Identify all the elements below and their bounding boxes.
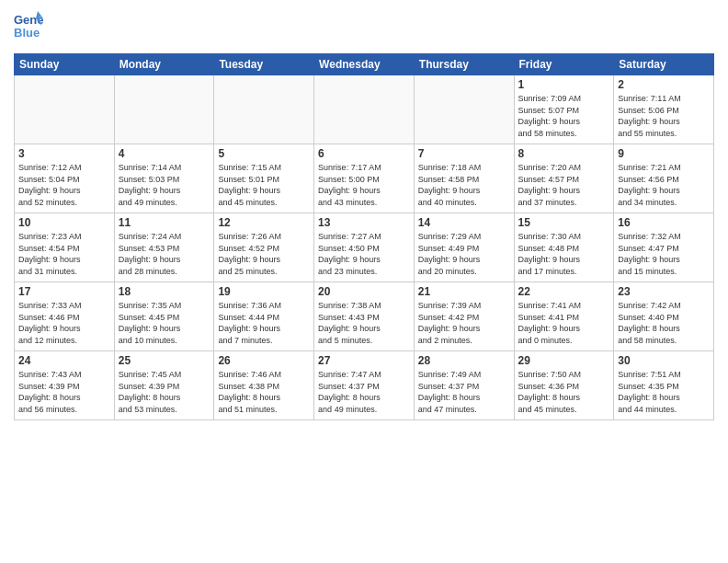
day-number: 28 [418, 354, 510, 367]
day-info: Sunrise: 7:51 AM Sunset: 4:35 PM Dayligh… [618, 369, 710, 415]
day-number: 27 [318, 354, 410, 367]
day-number: 5 [218, 147, 310, 160]
day-number: 11 [119, 216, 210, 229]
calendar-empty-cell [314, 75, 415, 144]
day-info: Sunrise: 7:20 AM Sunset: 4:57 PM Dayligh… [518, 162, 610, 208]
calendar-empty-cell [15, 75, 115, 144]
day-info: Sunrise: 7:23 AM Sunset: 4:54 PM Dayligh… [18, 231, 110, 277]
weekday-header: Tuesday [214, 54, 314, 75]
day-number: 29 [518, 354, 610, 367]
calendar-day-cell: 14Sunrise: 7:29 AM Sunset: 4:49 PM Dayli… [414, 213, 514, 282]
day-info: Sunrise: 7:17 AM Sunset: 5:00 PM Dayligh… [318, 162, 410, 208]
calendar-day-cell: 18Sunrise: 7:35 AM Sunset: 4:45 PM Dayli… [114, 282, 214, 351]
day-info: Sunrise: 7:49 AM Sunset: 4:37 PM Dayligh… [418, 369, 510, 415]
day-info: Sunrise: 7:15 AM Sunset: 5:01 PM Dayligh… [218, 162, 310, 208]
calendar-day-cell: 13Sunrise: 7:27 AM Sunset: 4:50 PM Dayli… [314, 213, 415, 282]
svg-text:Blue: Blue [14, 26, 40, 40]
calendar-week-row: 17Sunrise: 7:33 AM Sunset: 4:46 PM Dayli… [15, 282, 714, 351]
day-info: Sunrise: 7:35 AM Sunset: 4:45 PM Dayligh… [119, 300, 210, 346]
calendar-day-cell: 9Sunrise: 7:21 AM Sunset: 4:56 PM Daylig… [614, 144, 714, 213]
day-info: Sunrise: 7:29 AM Sunset: 4:49 PM Dayligh… [418, 231, 510, 277]
calendar-table: SundayMondayTuesdayWednesdayThursdayFrid… [14, 53, 714, 420]
day-info: Sunrise: 7:46 AM Sunset: 4:38 PM Dayligh… [218, 369, 310, 415]
calendar-day-cell: 11Sunrise: 7:24 AM Sunset: 4:53 PM Dayli… [114, 213, 214, 282]
header: General Blue [14, 9, 714, 46]
day-number: 21 [418, 285, 510, 298]
calendar-day-cell: 28Sunrise: 7:49 AM Sunset: 4:37 PM Dayli… [414, 351, 514, 420]
calendar-day-cell: 4Sunrise: 7:14 AM Sunset: 5:03 PM Daylig… [114, 144, 214, 213]
weekday-header: Sunday [15, 54, 115, 75]
weekday-header: Monday [114, 54, 214, 75]
logo: General Blue [14, 9, 47, 46]
day-number: 20 [318, 285, 410, 298]
day-info: Sunrise: 7:18 AM Sunset: 4:58 PM Dayligh… [418, 162, 510, 208]
calendar-day-cell: 26Sunrise: 7:46 AM Sunset: 4:38 PM Dayli… [214, 351, 314, 420]
day-number: 6 [318, 147, 410, 160]
day-info: Sunrise: 7:39 AM Sunset: 4:42 PM Dayligh… [418, 300, 510, 346]
calendar-day-cell: 25Sunrise: 7:45 AM Sunset: 4:39 PM Dayli… [114, 351, 214, 420]
day-info: Sunrise: 7:27 AM Sunset: 4:50 PM Dayligh… [318, 231, 410, 277]
calendar-day-cell: 27Sunrise: 7:47 AM Sunset: 4:37 PM Dayli… [314, 351, 415, 420]
weekday-header: Thursday [414, 54, 514, 75]
day-number: 16 [618, 216, 710, 229]
calendar-day-cell: 3Sunrise: 7:12 AM Sunset: 5:04 PM Daylig… [15, 144, 115, 213]
day-info: Sunrise: 7:21 AM Sunset: 4:56 PM Dayligh… [618, 162, 710, 208]
calendar-day-cell: 12Sunrise: 7:26 AM Sunset: 4:52 PM Dayli… [214, 213, 314, 282]
calendar-day-cell: 15Sunrise: 7:30 AM Sunset: 4:48 PM Dayli… [514, 213, 614, 282]
day-info: Sunrise: 7:36 AM Sunset: 4:44 PM Dayligh… [218, 300, 310, 346]
day-number: 4 [119, 147, 210, 160]
calendar-empty-cell [414, 75, 514, 144]
calendar-day-cell: 1Sunrise: 7:09 AM Sunset: 5:07 PM Daylig… [514, 75, 614, 144]
day-info: Sunrise: 7:43 AM Sunset: 4:39 PM Dayligh… [18, 369, 110, 415]
calendar-day-cell: 22Sunrise: 7:41 AM Sunset: 4:41 PM Dayli… [514, 282, 614, 351]
day-info: Sunrise: 7:30 AM Sunset: 4:48 PM Dayligh… [518, 231, 610, 277]
calendar-day-cell: 19Sunrise: 7:36 AM Sunset: 4:44 PM Dayli… [214, 282, 314, 351]
calendar-empty-cell [114, 75, 214, 144]
day-number: 18 [119, 285, 210, 298]
day-number: 23 [618, 285, 710, 298]
weekday-header: Wednesday [314, 54, 415, 75]
calendar-day-cell: 17Sunrise: 7:33 AM Sunset: 4:46 PM Dayli… [15, 282, 115, 351]
day-number: 13 [318, 216, 410, 229]
day-number: 24 [18, 354, 110, 367]
day-number: 26 [218, 354, 310, 367]
calendar-week-row: 24Sunrise: 7:43 AM Sunset: 4:39 PM Dayli… [15, 351, 714, 420]
calendar-week-row: 10Sunrise: 7:23 AM Sunset: 4:54 PM Dayli… [15, 213, 714, 282]
day-number: 9 [618, 147, 710, 160]
day-info: Sunrise: 7:42 AM Sunset: 4:40 PM Dayligh… [618, 300, 710, 346]
weekday-header: Saturday [614, 54, 714, 75]
calendar-header-row: SundayMondayTuesdayWednesdayThursdayFrid… [15, 54, 714, 75]
day-number: 2 [618, 78, 710, 91]
calendar-week-row: 1Sunrise: 7:09 AM Sunset: 5:07 PM Daylig… [15, 75, 714, 144]
calendar-day-cell: 29Sunrise: 7:50 AM Sunset: 4:36 PM Dayli… [514, 351, 614, 420]
day-number: 7 [418, 147, 510, 160]
calendar-day-cell: 16Sunrise: 7:32 AM Sunset: 4:47 PM Dayli… [614, 213, 714, 282]
day-number: 3 [18, 147, 110, 160]
day-number: 10 [18, 216, 110, 229]
day-info: Sunrise: 7:38 AM Sunset: 4:43 PM Dayligh… [318, 300, 410, 346]
day-number: 1 [518, 78, 610, 91]
day-number: 25 [119, 354, 210, 367]
calendar-empty-cell [214, 75, 314, 144]
calendar-day-cell: 6Sunrise: 7:17 AM Sunset: 5:00 PM Daylig… [314, 144, 415, 213]
day-number: 17 [18, 285, 110, 298]
day-info: Sunrise: 7:09 AM Sunset: 5:07 PM Dayligh… [518, 93, 610, 139]
calendar-week-row: 3Sunrise: 7:12 AM Sunset: 5:04 PM Daylig… [15, 144, 714, 213]
day-info: Sunrise: 7:47 AM Sunset: 4:37 PM Dayligh… [318, 369, 410, 415]
calendar-day-cell: 23Sunrise: 7:42 AM Sunset: 4:40 PM Dayli… [614, 282, 714, 351]
day-info: Sunrise: 7:33 AM Sunset: 4:46 PM Dayligh… [18, 300, 110, 346]
calendar-day-cell: 20Sunrise: 7:38 AM Sunset: 4:43 PM Dayli… [314, 282, 415, 351]
day-info: Sunrise: 7:45 AM Sunset: 4:39 PM Dayligh… [119, 369, 210, 415]
day-info: Sunrise: 7:26 AM Sunset: 4:52 PM Dayligh… [218, 231, 310, 277]
calendar-day-cell: 7Sunrise: 7:18 AM Sunset: 4:58 PM Daylig… [414, 144, 514, 213]
calendar-page: General Blue SundayMondayTuesdayWednesda… [0, 0, 728, 563]
calendar-day-cell: 2Sunrise: 7:11 AM Sunset: 5:06 PM Daylig… [614, 75, 714, 144]
day-number: 22 [518, 285, 610, 298]
day-number: 8 [518, 147, 610, 160]
day-info: Sunrise: 7:50 AM Sunset: 4:36 PM Dayligh… [518, 369, 610, 415]
day-number: 12 [218, 216, 310, 229]
day-info: Sunrise: 7:32 AM Sunset: 4:47 PM Dayligh… [618, 231, 710, 277]
calendar-day-cell: 8Sunrise: 7:20 AM Sunset: 4:57 PM Daylig… [514, 144, 614, 213]
day-number: 15 [518, 216, 610, 229]
day-info: Sunrise: 7:41 AM Sunset: 4:41 PM Dayligh… [518, 300, 610, 346]
